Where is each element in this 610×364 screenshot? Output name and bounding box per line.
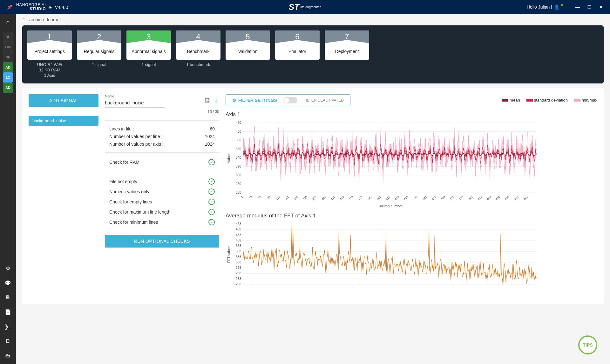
step-7[interactable]: 7Deployment (325, 30, 369, 78)
step-6[interactable]: 6Emulator (275, 30, 320, 78)
svg-text:481: 481 (376, 195, 382, 201)
app-logo-text: NANOEDGE AI STUDIO (16, 3, 46, 11)
svg-text:·: · (480, 287, 482, 289)
svg-text:280: 280 (236, 182, 241, 185)
svg-text:458: 458 (236, 228, 241, 231)
filter-status: FILTER DEACTIVATED (304, 98, 344, 103)
step-3[interactable]: 3Abnormal signals1 signal (126, 30, 171, 78)
svg-text:400: 400 (236, 129, 241, 133)
svg-text:65: 65 (258, 195, 262, 200)
check-row: Check for empty lines✓ (105, 197, 219, 207)
name-label: Name (105, 94, 201, 98)
version-label: v4.4.0 (55, 4, 68, 10)
svg-text:·: · (342, 287, 344, 289)
svg-text:FFT values: FFT values (227, 245, 231, 263)
svg-text:449: 449 (367, 195, 372, 201)
step-1[interactable]: 1Project settingsUNO R4 WiFi32 KB RAM1 A… (27, 30, 72, 78)
svg-text:380: 380 (236, 138, 241, 142)
legend-item: min/max (574, 98, 597, 103)
svg-text:·: · (526, 287, 528, 289)
svg-text:·: · (489, 287, 491, 289)
sidebar-settings-icon[interactable]: ⚙ (3, 263, 13, 273)
sidebar-folder-icon[interactable]: 🗁 (3, 351, 13, 361)
svg-text:283: 283 (236, 266, 241, 269)
maximize-button[interactable]: ❐ (587, 4, 592, 10)
svg-text:260: 260 (236, 191, 241, 194)
svg-text:833: 833 (477, 195, 483, 201)
sidebar-item-1c-4[interactable]: 1C (3, 72, 13, 83)
svg-text:340: 340 (236, 156, 241, 159)
check-row: Numeric values only✓ (105, 187, 219, 197)
svg-text:·: · (498, 287, 501, 289)
svg-text:609: 609 (413, 195, 418, 201)
user-status-dot (561, 4, 563, 6)
filter-box: ⚙ FILTER SETTINGS FILTER DEACTIVATED (226, 94, 350, 106)
step-5[interactable]: 5Validation (226, 30, 270, 78)
filter-settings-button[interactable]: ⚙ FILTER SETTINGS (232, 98, 277, 103)
workflow-steps: 1Project settingsUNO R4 WiFi32 KB RAM1 A… (22, 25, 604, 83)
check-ok-icon: ✓ (208, 178, 215, 185)
run-checks-button[interactable]: RUN OPTIONAL CHECKS (105, 235, 219, 248)
svg-text:·: · (471, 287, 473, 289)
sidebar-file-icon[interactable]: 📄 (3, 307, 13, 317)
svg-text:·: · (507, 287, 510, 289)
svg-text:·: · (333, 287, 336, 289)
svg-text:Values: Values (227, 152, 231, 163)
svg-text:·: · (369, 287, 372, 289)
svg-text:·: · (517, 287, 519, 289)
check-row: Check for RAM✓ (105, 157, 219, 167)
svg-text:993: 993 (523, 195, 529, 201)
signal-name-input[interactable] (105, 98, 165, 108)
download-icon[interactable]: ⭳ (214, 97, 219, 104)
minimize-button[interactable]: — (575, 4, 580, 10)
svg-text:737: 737 (449, 195, 455, 201)
sidebar-item-dm-1[interactable]: DM (3, 42, 13, 52)
add-signal-button[interactable]: ADD SIGNAL (29, 94, 98, 107)
check-ok-icon: ✓ (208, 199, 215, 205)
svg-text:769: 769 (458, 195, 464, 201)
svg-text:·: · (360, 287, 363, 289)
sidebar-item-dl-0[interactable]: DL (3, 32, 13, 42)
sidebar-home[interactable]: ⌂ (3, 17, 13, 27)
svg-text:408: 408 (236, 238, 241, 242)
signal-tab[interactable]: background_noise ✕ (29, 116, 98, 126)
gear-icon: ⚙ (232, 98, 236, 103)
close-button[interactable]: ✕ (599, 4, 603, 10)
filter-toggle[interactable] (283, 97, 297, 103)
svg-text:360: 360 (236, 147, 241, 150)
sidebar-item-ad-5[interactable]: AD (3, 83, 13, 93)
save-icon[interactable]: 🖫 (205, 97, 210, 104)
svg-text:97: 97 (267, 195, 271, 200)
svg-text:961: 961 (514, 195, 519, 201)
svg-text:208: 208 (236, 282, 241, 286)
sidebar-doc-icon[interactable]: 🗎 (3, 292, 13, 302)
svg-text:333: 333 (236, 255, 241, 258)
svg-text:193: 193 (293, 195, 299, 201)
sidebar-item-ad-3[interactable]: AD (3, 62, 13, 72)
sidebar-item-sf-2[interactable]: SF (3, 52, 13, 62)
svg-text:705: 705 (440, 195, 446, 201)
svg-text:641: 641 (422, 195, 428, 201)
svg-text:289: 289 (321, 195, 327, 201)
sidebar-chat-icon[interactable]: 💬 (3, 278, 13, 288)
chart-fft: 208233258283308333358383408433458483····… (226, 221, 540, 297)
svg-text:225: 225 (302, 195, 308, 201)
svg-text:·: · (443, 287, 445, 289)
sidebar-config-icon[interactable]: 🗋 (3, 336, 13, 346)
sidebar-terminal-icon[interactable]: ❯_ (3, 321, 13, 332)
svg-text:320: 320 (236, 164, 241, 168)
step-4[interactable]: 4Benchmark1 benchmark (176, 30, 220, 78)
check-row: File not empty✓ (105, 176, 219, 187)
svg-text:865: 865 (486, 195, 492, 201)
user-greeting: Hello Julian ! 👤 (527, 4, 564, 10)
pin-icon[interactable]: 📌 (7, 4, 12, 10)
svg-text:483: 483 (236, 222, 241, 226)
step-2[interactable]: 2Regular signals1 signal (77, 30, 121, 78)
check-ok-icon: ✓ (208, 219, 215, 225)
chart-axis1: 2602803003203403603804004201336597129161… (226, 120, 540, 208)
check-ok-icon: ✓ (208, 189, 215, 195)
user-icon: 👤 (554, 4, 559, 10)
close-signal-icon[interactable]: ✕ (92, 118, 96, 123)
svg-text:161: 161 (284, 195, 290, 201)
tips-button[interactable]: TIPS (578, 335, 597, 354)
